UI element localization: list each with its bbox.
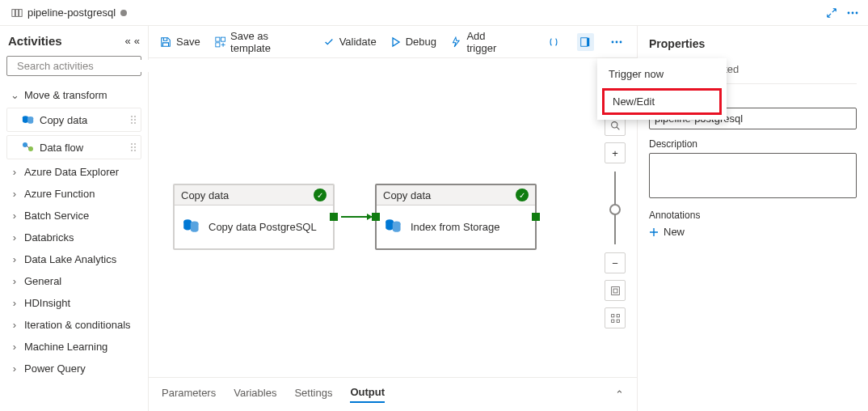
tree-node[interactable]: ›Data Lake Analytics <box>6 248 141 270</box>
output-port[interactable] <box>330 213 338 221</box>
dirty-indicator-icon <box>120 10 127 16</box>
tree-node[interactable]: ›Azure Data Explorer <box>6 161 141 183</box>
plus-icon <box>649 227 659 237</box>
activity-copy-data[interactable]: Copy data <box>6 108 141 132</box>
svg-rect-29 <box>617 314 619 316</box>
svg-rect-26 <box>611 286 619 294</box>
zoom-out-button[interactable]: − <box>605 252 626 273</box>
chevron-right-icon: › <box>10 319 19 331</box>
tree-node[interactable]: ›Azure Function <box>6 183 141 205</box>
toolbar-more-icon[interactable] <box>609 33 626 51</box>
activity-data-flow[interactable]: Data flow <box>6 135 141 159</box>
tree-label: Power Query <box>24 362 86 375</box>
tree-node[interactable]: ›General <box>6 270 141 292</box>
pipeline-icon <box>11 7 23 19</box>
status-ok-icon: ✓ <box>314 189 327 201</box>
zoom-knob[interactable] <box>609 204 621 215</box>
tab-settings[interactable]: Settings <box>294 387 332 402</box>
fit-to-screen-button[interactable] <box>605 280 626 301</box>
output-port[interactable] <box>532 213 540 221</box>
tab-title: pipeline-postgresql <box>27 6 116 19</box>
svg-rect-28 <box>611 314 613 316</box>
tab-parameters[interactable]: Parameters <box>162 387 216 402</box>
tree-label: Batch Service <box>24 210 89 222</box>
collapse-bottom-icon[interactable]: ⌃ <box>615 388 624 400</box>
leaf-label: Copy data <box>40 114 87 126</box>
chevron-right-icon: › <box>10 297 19 309</box>
tree-label: Azure Data Explorer <box>24 166 119 178</box>
search-input[interactable] <box>17 60 153 72</box>
debug-button[interactable]: Debug <box>391 36 436 48</box>
tab-more-icon[interactable] <box>842 2 863 23</box>
tree-node[interactable]: ›Machine Learning <box>6 336 141 358</box>
save-button[interactable]: Save <box>160 36 200 48</box>
activity-node-copy-postgresql[interactable]: Copy data✓ Copy data PostgreSQL <box>173 184 335 250</box>
activity-type: Copy data <box>383 189 431 201</box>
tree-label: Machine Learning <box>24 341 107 353</box>
code-view-icon[interactable] <box>545 33 562 51</box>
svg-rect-0 <box>12 9 15 16</box>
trigger-new-edit-item[interactable]: New/Edit <box>602 88 722 115</box>
activity-type: Copy data <box>181 189 229 201</box>
svg-rect-27 <box>613 289 617 293</box>
connector[interactable] <box>341 216 372 218</box>
activity-name: Copy data PostgreSQL <box>209 221 317 233</box>
tree-node[interactable]: ›Power Query <box>6 358 141 379</box>
description-input[interactable] <box>649 153 857 198</box>
tree-label: Databricks <box>24 231 74 244</box>
leaf-label: Data flow <box>40 142 83 154</box>
zoom-slider[interactable] <box>614 172 616 244</box>
tree-label: Data Lake Analytics <box>24 253 116 265</box>
zoom-in-button[interactable]: + <box>605 142 626 163</box>
svg-point-11 <box>28 146 33 151</box>
collapse-panel-icon[interactable]: « <box>134 35 140 47</box>
svg-line-25 <box>617 127 619 129</box>
collapse-all-icon[interactable]: « <box>125 35 131 47</box>
trigger-dropdown: Trigger now New/Edit <box>597 58 727 120</box>
database-icon <box>183 217 200 237</box>
auto-align-button[interactable] <box>605 307 626 328</box>
validate-button[interactable]: Validate <box>323 36 377 48</box>
tab-variables[interactable]: Variables <box>234 387 276 402</box>
trigger-now-item[interactable]: Trigger now <box>597 61 727 87</box>
tree-label: Azure Function <box>24 188 95 200</box>
copy-data-icon <box>22 113 35 126</box>
svg-rect-1 <box>15 9 19 16</box>
svg-rect-16 <box>588 37 590 46</box>
svg-point-4 <box>852 11 854 14</box>
search-activities[interactable] <box>6 56 141 76</box>
tree-node[interactable]: ›HDInsight <box>6 292 141 314</box>
add-annotation-button[interactable]: New <box>649 226 857 238</box>
chevron-down-icon: ⌄ <box>10 89 19 101</box>
chevron-right-icon: › <box>10 362 19 375</box>
save-template-button[interactable]: Save as template <box>215 30 309 54</box>
activity-node-index-storage[interactable]: Copy data✓ Index from Storage <box>375 184 537 250</box>
svg-point-24 <box>611 121 617 127</box>
svg-rect-31 <box>617 320 619 322</box>
tree-node-move-transform[interactable]: ⌄ Move & transform <box>6 84 141 106</box>
activity-name: Index from Storage <box>411 221 500 233</box>
expand-icon[interactable] <box>821 2 842 23</box>
chevron-right-icon: › <box>10 253 19 265</box>
svg-rect-30 <box>611 320 613 322</box>
svg-rect-2 <box>19 9 23 16</box>
pipeline-tab[interactable]: pipeline-postgresql <box>5 3 133 22</box>
input-port[interactable] <box>372 213 380 221</box>
tree-node[interactable]: ›Batch Service <box>6 205 141 227</box>
chevron-right-icon: › <box>10 275 19 287</box>
tree-node[interactable]: ›Databricks <box>6 227 141 248</box>
svg-point-10 <box>23 142 27 147</box>
activities-heading: Activities <box>8 34 62 48</box>
properties-panel-toggle[interactable] <box>577 33 594 51</box>
svg-point-3 <box>848 11 850 14</box>
drag-grip-icon <box>131 143 136 151</box>
tree-label: HDInsight <box>24 297 70 309</box>
tree-node[interactable]: ›Iteration & conditionals <box>6 314 141 336</box>
tab-output[interactable]: Output <box>350 386 385 403</box>
chevron-right-icon: › <box>10 341 19 353</box>
tree-label: General <box>24 275 61 287</box>
chevron-right-icon: › <box>10 166 19 178</box>
add-trigger-button[interactable]: Add trigger <box>451 30 516 54</box>
annotations-label: Annotations <box>649 210 700 221</box>
data-flow-icon <box>22 141 35 154</box>
